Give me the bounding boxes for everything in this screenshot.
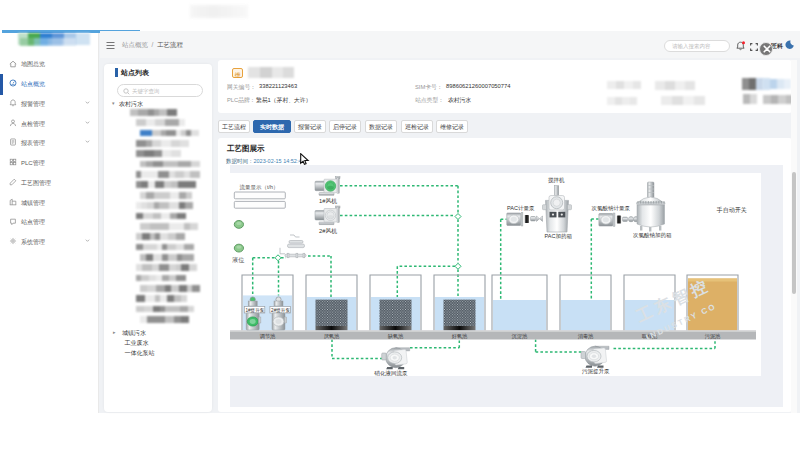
svg-text:次氯酸钠加药箱: 次氯酸钠加药箱	[633, 232, 672, 239]
svg-text:次氯酸钠计量泵: 次氯酸钠计量泵	[592, 205, 631, 212]
svg-text:PAC计量泵: PAC计量泵	[507, 205, 535, 211]
svg-text:2#风机: 2#风机	[319, 228, 337, 235]
svg-text:流量显示（t/h）: 流量显示（t/h）	[239, 184, 278, 191]
svg-text:2#提升泵: 2#提升泵	[271, 307, 290, 314]
svg-text:厌氧池: 厌氧池	[324, 333, 340, 340]
svg-text:污泥池: 污泥池	[705, 333, 721, 340]
svg-text:缺氧池: 缺氧池	[388, 333, 404, 340]
svg-text:消毒池: 消毒池	[578, 333, 594, 340]
svg-text:硝化液回流泵: 硝化液回流泵	[374, 370, 409, 377]
svg-text:PAC加药箱: PAC加药箱	[545, 233, 573, 240]
svg-text:液位: 液位	[232, 256, 244, 263]
svg-text:1#风机: 1#风机	[319, 198, 337, 205]
svg-text:好氧池: 好氧池	[452, 333, 468, 340]
svg-text:沉淀池: 沉淀池	[511, 333, 528, 340]
svg-text:调节池: 调节池	[260, 333, 276, 340]
svg-text:手自动开关: 手自动开关	[716, 206, 747, 214]
svg-text:1#提升泵: 1#提升泵	[246, 307, 265, 314]
svg-text:搅拌机: 搅拌机	[548, 177, 565, 184]
svg-text:污泥提升泵: 污泥提升泵	[582, 368, 610, 375]
